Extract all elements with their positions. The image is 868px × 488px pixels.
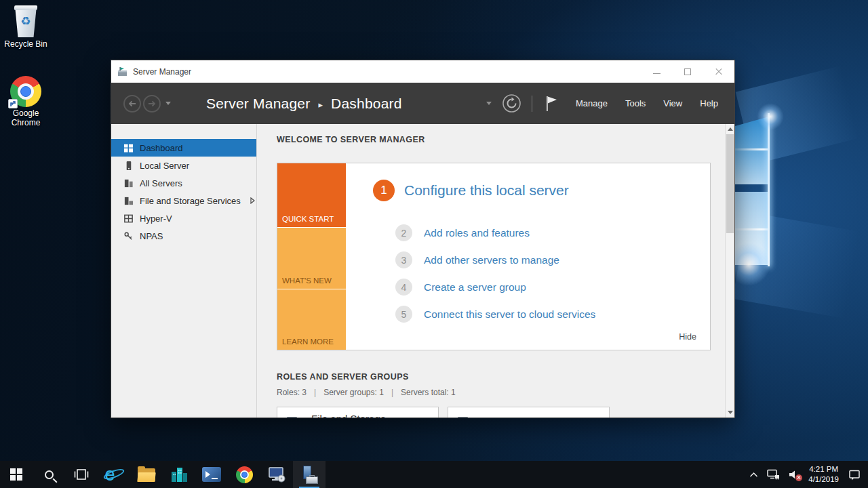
step-link[interactable]: Connect this server to cloud services [424,308,595,321]
task-view-button[interactable] [65,461,98,488]
step-configure-local-server[interactable]: 1 Configure this local server [373,180,569,201]
servers-dropdown-icon[interactable] [486,102,492,105]
window-title: Server Manager [133,67,191,77]
forward-arrow-icon [147,100,157,108]
step-number-badge: 3 [395,251,412,268]
scroll-up-button[interactable] [726,124,734,134]
step-link[interactable]: Create a server group [424,281,526,293]
scroll-down-button[interactable] [726,407,734,418]
tray-chevron-button[interactable] [749,472,758,478]
menu-help[interactable]: Help [700,98,718,108]
servers-stack-icon [458,416,474,418]
scrollbar-thumb[interactable] [726,134,734,233]
breadcrumb-root[interactable]: Server Manager [206,96,310,112]
computer-app-button[interactable] [260,461,293,488]
step-add-roles[interactable]: 2 Add roles and features [395,224,530,241]
tray-time: 4:21 PM [808,464,839,474]
volume-muted-badge [795,474,802,481]
internet-explorer-button[interactable]: e [98,461,130,488]
menu-bar: Manage Tools View Help [576,98,718,108]
close-button[interactable] [703,60,734,83]
step-add-servers[interactable]: 3 Add other servers to manage [395,251,559,268]
chrome-icon [10,76,41,107]
desktop-icon-label: Google Chrome [1,109,50,128]
sidebar-item-label: NPAS [140,231,163,241]
file-storage-icon [123,195,134,206]
notifications-flag-icon[interactable] [542,94,559,113]
taskbar-search-button[interactable] [33,461,65,488]
server-manager-icon [300,466,319,484]
start-button[interactable] [0,461,33,488]
file-explorer-button[interactable] [130,461,163,488]
step-link[interactable]: Add other servers to manage [424,254,559,266]
history-dropdown-icon[interactable] [165,102,171,105]
tile-server-group[interactable] [448,407,610,418]
maximize-button[interactable] [672,60,703,83]
sidebar-item-local-server[interactable]: Local Server [111,157,256,174]
sidebar-item-dashboard[interactable]: Dashboard [111,139,256,157]
breadcrumb-separator-icon: ▸ [318,100,323,110]
forward-button[interactable] [143,95,161,113]
step-number-badge: 2 [395,224,412,241]
system-tray: 4:21 PM 4/1/2019 [749,461,868,488]
network-icon [767,469,780,480]
main-content: WELCOME TO SERVER MANAGER QUICK START WH… [258,124,725,418]
tab-quick-start[interactable]: QUICK START [277,163,346,227]
windows-logo-edge [768,113,770,266]
step-link[interactable]: Configure this local server [404,182,569,199]
action-center-button[interactable] [848,468,861,481]
back-button[interactable] [123,95,141,113]
refresh-icon[interactable] [502,94,521,113]
desktop: ♻ Recycle Bin Google Chrome Server Manag… [0,0,868,488]
step-link[interactable]: Add roles and features [424,227,530,239]
close-icon [715,68,723,76]
taskbar: e [0,461,868,488]
taskbar-clock[interactable]: 4:21 PM 4/1/2019 [808,464,839,485]
expand-arrow-icon[interactable] [250,197,255,204]
breadcrumb-current[interactable]: Dashboard [331,96,402,112]
server-manager-taskbar-button[interactable] [293,461,326,488]
chrome-icon [236,466,253,483]
folder-front [137,472,155,482]
maximize-icon [684,68,691,75]
sidebar-item-hyper-v[interactable]: Hyper-V [111,209,256,227]
sidebar-item-label: All Servers [140,178,182,188]
network-tray-button[interactable] [767,469,780,480]
sidebar-item-npas[interactable]: NPAS [111,227,256,245]
menu-view[interactable]: View [663,98,682,108]
hide-link[interactable]: Hide [679,332,696,342]
wallpaper-light-streak [735,148,769,150]
chrome-taskbar-button[interactable] [228,461,260,488]
roles-heading: ROLES AND SERVER GROUPS [277,372,409,382]
npas-key-icon [123,230,134,241]
buildings-icon [170,466,188,483]
datacenter-app-button[interactable] [163,461,195,488]
powershell-icon [202,467,221,482]
chrome-icon-core [20,86,31,97]
volume-tray-button[interactable] [789,470,800,480]
vertical-scrollbar[interactable] [725,124,734,418]
sidebar-item-all-servers[interactable]: All Servers [111,174,256,192]
sidebar-item-file-storage-services[interactable]: File and Storage Services [111,192,256,209]
desktop-icon-recycle-bin[interactable]: ♻ Recycle Bin [1,5,50,49]
menu-manage[interactable]: Manage [576,98,608,108]
welcome-tabs: QUICK START WHAT'S NEW LEARN MORE [277,163,346,350]
tab-whats-new[interactable]: WHAT'S NEW [277,228,346,289]
step-create-server-group[interactable]: 4 Create a server group [395,279,526,296]
local-server-icon [123,160,134,171]
toolbar-separator [532,96,532,112]
desktop-icon-google-chrome[interactable]: Google Chrome [1,76,50,128]
minimize-button[interactable] [641,60,672,83]
servers-stack-icon [287,416,303,418]
tile-file-storage-services[interactable]: File and Storage [277,407,439,418]
menu-tools[interactable]: Tools [625,98,646,108]
breadcrumb: Server Manager ▸ Dashboard [206,96,402,112]
step-connect-cloud[interactable]: 5 Connect this server to cloud services [395,306,595,323]
chevron-up-icon [749,472,758,478]
tab-learn-more[interactable]: LEARN MORE [277,289,346,350]
window-titlebar[interactable]: Server Manager [111,60,734,83]
stat-servers-total: Servers total: 1 [401,388,456,397]
server-manager-app-icon [117,66,128,77]
chrome-icon-core [241,472,248,478]
powershell-button[interactable] [195,461,228,488]
